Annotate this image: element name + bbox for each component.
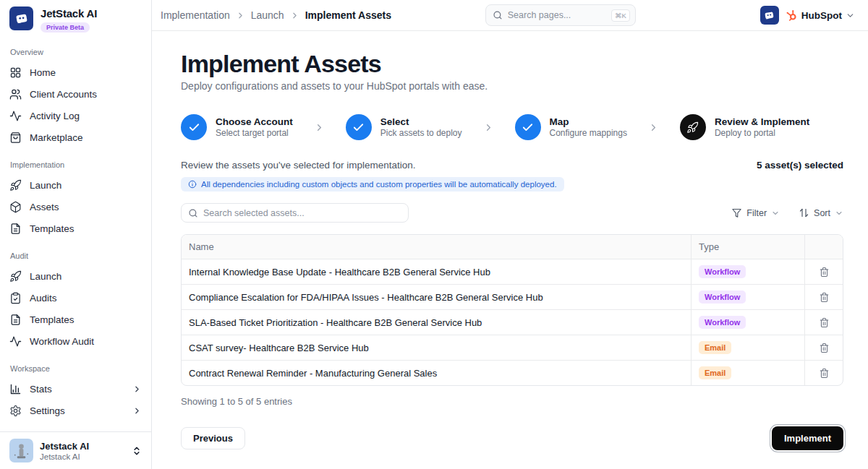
delete-asset-button[interactable] <box>817 366 832 381</box>
breadcrumb-item: Implement Assets <box>305 9 391 21</box>
sidebar-item-templates[interactable]: Templates <box>9 218 142 239</box>
sort-button[interactable]: Sort <box>799 207 843 218</box>
delete-asset-button[interactable] <box>817 290 832 305</box>
gear-icon <box>9 405 22 417</box>
type-badge: Workflow <box>699 265 746 278</box>
chevron-down-icon <box>771 209 780 218</box>
column-header-type: Type <box>691 235 804 259</box>
sidebar-item-audits[interactable]: Audits <box>9 287 142 309</box>
asset-type-cell: Workflow <box>691 259 804 284</box>
chevron-right-icon <box>314 122 325 133</box>
breadcrumb: ImplementationLaunchImplement Assets <box>161 9 485 21</box>
assets-search-input[interactable] <box>203 208 401 218</box>
sidebar-nav: OverviewHomeClient AccountsActivity LogM… <box>0 35 151 421</box>
delete-asset-button[interactable] <box>817 315 832 330</box>
sidebar-item-assets[interactable]: Assets <box>9 196 142 218</box>
global-search[interactable]: ⌘K <box>485 4 636 26</box>
actions-cell <box>804 259 843 284</box>
users-icon <box>9 88 22 100</box>
step-title: Select <box>380 116 462 127</box>
sidebar-item-home[interactable]: Home <box>9 61 142 83</box>
step-labels: SelectPick assets to deploy <box>380 116 462 138</box>
column-header-actions <box>804 235 843 259</box>
delete-asset-button[interactable] <box>817 340 832 356</box>
selected-count: 5 asset(s) selected <box>757 160 843 171</box>
rocket-icon <box>9 179 22 192</box>
filter-button[interactable]: Filter <box>731 207 780 218</box>
type-badge: Email <box>699 366 731 379</box>
trash-icon <box>819 267 830 277</box>
activity-icon <box>9 110 22 122</box>
actions-cell <box>804 335 843 360</box>
section-label: Audit <box>10 251 141 260</box>
workspace-name: Jetstack AI <box>40 441 89 452</box>
sidebar-item-templates[interactable]: Templates <box>9 309 142 330</box>
assets-toolbar: Filter Sort <box>181 203 843 223</box>
sidebar-item-client-accounts[interactable]: Client Accounts <box>9 83 142 105</box>
asset-type-cell: Workflow <box>691 285 804 309</box>
review-row: Review the assets you've selected for im… <box>181 160 843 171</box>
asset-name: SLA-Based Ticket Prioritization - Health… <box>182 310 691 335</box>
assets-table: NameTypeInternal Knowledge Base Update -… <box>181 234 843 386</box>
hubspot-logo-icon <box>786 9 798 22</box>
hubspot-portal-selector[interactable]: HubSpot <box>786 9 855 22</box>
step-1: Choose AccountSelect target portal <box>181 114 293 140</box>
page-title: Implement Assets <box>181 50 843 78</box>
step-subtitle: Pick assets to deploy <box>380 128 462 138</box>
table-row: SLA-Based Ticket Prioritization - Health… <box>182 309 843 335</box>
rocket-icon <box>686 121 699 134</box>
breadcrumb-item[interactable]: Implementation <box>161 9 230 21</box>
jetstack-mini-logo-icon[interactable] <box>760 6 779 25</box>
global-search-input[interactable] <box>508 10 606 20</box>
step-rocket-icon <box>680 114 706 140</box>
file-text-icon <box>9 314 22 326</box>
sidebar-item-launch[interactable]: Launch <box>9 174 142 196</box>
tool-group: Filter Sort <box>731 207 843 218</box>
sidebar-item-label: Stats <box>30 384 52 395</box>
table-row: Compliance Escalation for FDA/HIPAA Issu… <box>182 284 843 309</box>
info-icon <box>188 180 197 189</box>
file-text-icon <box>9 223 22 235</box>
brand[interactable]: JetStack AI Private Beta <box>0 0 151 35</box>
footer-actions: Previous Implement <box>181 426 843 450</box>
sidebar-item-workflow-audit[interactable]: Workflow Audit <box>9 330 142 352</box>
workspace-labels: Jetstack AI Jetstack AI <box>40 441 89 461</box>
filter-icon <box>731 207 742 218</box>
asset-name: Contract Renewal Reminder - Manufacturin… <box>182 361 691 385</box>
sidebar-item-label: Audits <box>30 293 57 304</box>
sort-icon <box>799 207 809 218</box>
chevron-right-icon <box>483 122 494 133</box>
workspace-switcher[interactable]: Jetstack AI Jetstack AI <box>0 431 151 469</box>
sidebar-item-label: Templates <box>30 314 75 325</box>
workspace-org: Jetstack AI <box>40 452 89 461</box>
chevron-right-icon <box>290 11 299 20</box>
delete-asset-button[interactable] <box>817 264 832 280</box>
page-subtitle: Deploy configurations and assets to your… <box>181 80 843 92</box>
sidebar-item-launch[interactable]: Launch <box>9 265 142 287</box>
search-icon <box>493 10 503 20</box>
section-label: Workspace <box>10 364 141 373</box>
step-labels: MapConfigure mappings <box>550 116 627 138</box>
sidebar-item-marketplace[interactable]: Marketplace <box>9 126 142 148</box>
sidebar-item-label: Templates <box>30 223 75 234</box>
breadcrumb-item[interactable]: Launch <box>251 9 284 21</box>
implement-button[interactable]: Implement <box>772 426 843 450</box>
page-content: Implement Assets Deploy configurations a… <box>152 31 868 469</box>
trash-icon <box>819 343 830 353</box>
sidebar-item-label: Marketplace <box>30 132 83 143</box>
table-row: Internal Knowledge Base Update - Healthc… <box>182 259 843 284</box>
previous-button[interactable]: Previous <box>181 427 245 449</box>
assets-search[interactable] <box>181 203 409 223</box>
check-icon <box>522 121 534 134</box>
table-header-row: NameType <box>182 235 843 259</box>
sidebar-item-settings[interactable]: Settings <box>9 400 142 421</box>
shopping-bag-icon <box>9 132 22 144</box>
chevron-down-icon <box>835 209 843 218</box>
sidebar-item-stats[interactable]: Stats <box>9 378 142 400</box>
brand-text: JetStack AI Private Beta <box>41 7 97 33</box>
grid-icon <box>9 66 22 79</box>
sidebar-item-label: Assets <box>30 202 59 212</box>
sidebar-item-label: Client Accounts <box>30 89 97 100</box>
step-title: Review & Implement <box>715 116 809 127</box>
sidebar-item-activity-log[interactable]: Activity Log <box>9 105 142 126</box>
